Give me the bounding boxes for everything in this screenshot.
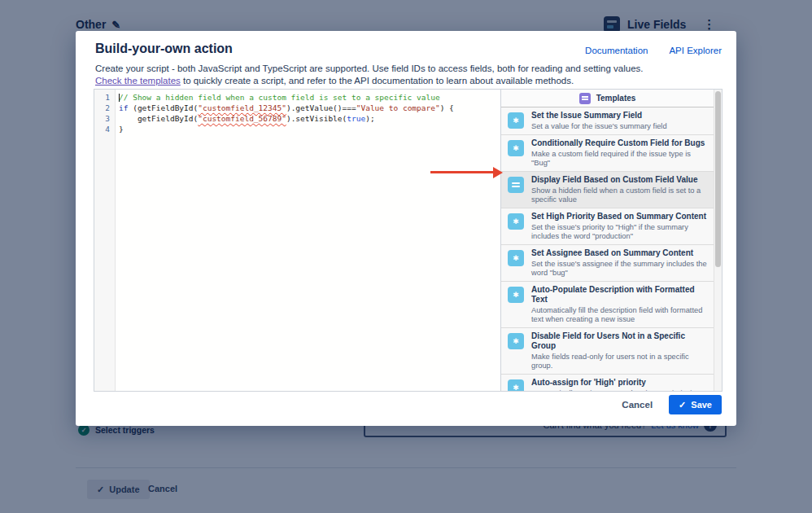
templates-panel: Templates Set the Issue Summary FieldSet…: [500, 90, 722, 391]
template-body: Disable Field for Users Not in a Specifi…: [531, 331, 707, 370]
template-description: Make fields read-only for users not in a…: [531, 353, 707, 370]
code-token: "Value to compare": [356, 103, 440, 112]
description-line-2-rest: to quickly create a script, and refer to…: [181, 76, 574, 86]
template-body: Set Assignee Based on Summary ContentSet…: [531, 248, 707, 278]
line-number: 2: [94, 103, 115, 113]
template-description: Set the issue's assignee if the summary …: [531, 260, 707, 278]
template-title: Set the Issue Summary Field: [531, 111, 667, 121]
save-button-label: Save: [691, 400, 712, 410]
template-body: Auto-assign for 'High' priorityAutomatic…: [531, 378, 707, 391]
lines-icon: [508, 177, 524, 193]
template-description: Set the issue's priority to "High" if th…: [531, 223, 707, 241]
modal-description: Create your script - both JavaScript and…: [95, 63, 644, 87]
template-title: Conditionally Require Custom Field for B…: [531, 138, 707, 148]
template-body: Set the Issue Summary FieldSet a value f…: [531, 111, 667, 131]
code-token: getFieldById(: [119, 114, 198, 123]
code-token: ).setVisible(: [286, 114, 347, 123]
template-title: Set Assignee Based on Summary Content: [531, 248, 707, 258]
code-token-misspelled: "customfield_12345": [198, 103, 286, 112]
asterisk-icon: [508, 379, 524, 391]
template-description: Set a value for the issue's summary fiel…: [531, 122, 667, 131]
editor-gutter: 1234: [94, 90, 116, 391]
description-line-1: Create your script - both JavaScript and…: [95, 63, 644, 75]
templates-main: Templates Set the Issue Summary FieldSet…: [501, 90, 714, 391]
template-body: Display Field Based on Custom Field Valu…: [531, 175, 707, 204]
template-item[interactable]: Auto-Populate Description with Formatted…: [501, 282, 714, 328]
code-token: (getFieldById(: [133, 103, 198, 112]
description-line-2: Check the templates to quickly create a …: [95, 75, 644, 87]
asterisk-icon: [508, 250, 524, 266]
code-token: }: [119, 125, 124, 134]
save-check-icon: ✓: [679, 400, 686, 410]
template-description: Automatically fill the description field…: [531, 306, 707, 324]
code-token: ) {: [440, 103, 454, 112]
check-the-templates-link[interactable]: Check the templates: [95, 76, 181, 86]
templates-list: Set the Issue Summary FieldSet a value f…: [501, 107, 714, 391]
build-your-own-action-modal: Build-your-own action Documentation API …: [76, 31, 736, 426]
scrollbar-thumb[interactable]: [715, 91, 721, 267]
template-item[interactable]: Set the Issue Summary FieldSet a value f…: [501, 107, 714, 135]
modal-links: Documentation API Explorer: [585, 46, 722, 55]
annotation-arrow-line: [430, 171, 494, 173]
code-token: // Show a hidden field when a custom fie…: [119, 93, 440, 102]
code-token: true: [347, 114, 365, 123]
template-item[interactable]: Set Assignee Based on Summary ContentSet…: [501, 245, 714, 282]
asterisk-icon: [508, 213, 524, 230]
code-token: );: [365, 114, 374, 123]
template-body: Auto-Populate Description with Formatted…: [531, 285, 707, 324]
templates-header: Templates: [501, 90, 714, 107]
template-title: Auto-Populate Description with Formatted…: [531, 285, 707, 305]
documentation-link[interactable]: Documentation: [585, 46, 648, 55]
templates-scrollbar[interactable]: [714, 90, 722, 391]
template-description: Make a custom field required if the issu…: [531, 150, 707, 168]
template-title: Disable Field for Users Not in a Specifi…: [531, 331, 707, 351]
template-item[interactable]: Auto-assign for 'High' priorityAutomatic…: [501, 375, 714, 391]
asterisk-icon: [508, 140, 524, 156]
templates-header-label: Templates: [596, 94, 636, 103]
template-description: Automatically assign a user when issue p…: [531, 389, 707, 391]
asterisk-icon: [508, 287, 524, 303]
template-body: Set High Priority Based on Summary Conte…: [531, 212, 707, 241]
line-number: 4: [94, 124, 115, 134]
line-number: 3: [94, 113, 115, 124]
annotation-arrow-head: [493, 167, 503, 178]
template-body: Conditionally Require Custom Field for B…: [531, 138, 707, 168]
template-description: Show a hidden field when a custom field …: [531, 186, 707, 204]
templates-icon: [579, 93, 591, 104]
template-item[interactable]: Set High Priority Based on Summary Conte…: [501, 208, 714, 245]
save-button[interactable]: ✓ Save: [669, 395, 722, 414]
template-item[interactable]: Conditionally Require Custom Field for B…: [501, 135, 714, 172]
code-token: if: [119, 103, 133, 112]
modal-title: Build-your-own action: [95, 42, 233, 56]
modal-footer: Cancel ✓ Save: [622, 395, 722, 414]
line-number: 1: [94, 92, 115, 103]
api-explorer-link[interactable]: API Explorer: [669, 46, 722, 55]
template-item[interactable]: Display Field Based on Custom Field Valu…: [501, 172, 714, 208]
code-editor[interactable]: 1234 // Show a hidden field when a custo…: [94, 89, 723, 392]
modal-cancel-button[interactable]: Cancel: [622, 400, 653, 410]
template-item[interactable]: Disable Field for Users Not in a Specifi…: [501, 328, 714, 375]
code-token: ).getValue()===: [286, 103, 356, 112]
template-title: Set High Priority Based on Summary Conte…: [531, 212, 707, 221]
asterisk-icon: [508, 333, 524, 349]
template-title: Auto-assign for 'High' priority: [531, 378, 707, 388]
code-token-misspelled: "customfield_56789": [198, 114, 286, 123]
asterisk-icon: [508, 112, 524, 129]
template-title: Display Field Based on Custom Field Valu…: [531, 175, 707, 185]
